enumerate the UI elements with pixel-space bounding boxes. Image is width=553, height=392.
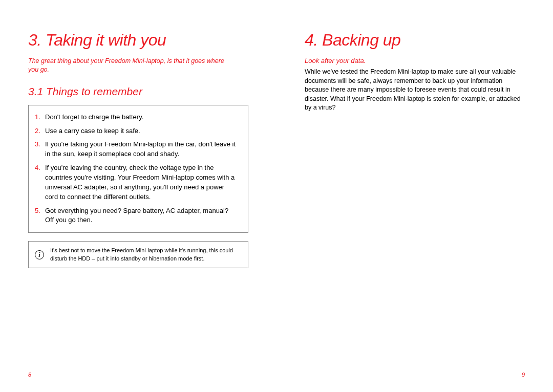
section-sub-intro: Look after your data. — [305, 57, 525, 64]
reminder-list: Don't forget to charge the battery. Use … — [34, 113, 239, 225]
section-intro: The great thing about your Freedom Mini-… — [28, 57, 228, 74]
note-text: It's best not to move the Freedom Mini-l… — [50, 247, 241, 263]
list-item: If you're taking your Freedom Mini-lapto… — [34, 140, 239, 159]
subsection-heading-3-1: 3.1 Things to remember — [28, 85, 248, 98]
left-page: 3. Taking it with you The great thing ab… — [0, 0, 276, 392]
page-number-left: 8 — [28, 372, 31, 378]
info-icon: i — [35, 250, 44, 259]
list-item: If you're leaving the country, check the… — [34, 163, 239, 202]
list-item: Use a carry case to keep it safe. — [34, 126, 239, 136]
page-number-right: 9 — [522, 372, 525, 378]
right-page: 4. Backing up Look after your data. Whil… — [276, 0, 553, 392]
note-box: i It's best not to move the Freedom Mini… — [28, 241, 248, 268]
page-spread: 3. Taking it with you The great thing ab… — [0, 0, 553, 392]
section-heading-4: 4. Backing up — [305, 31, 525, 50]
list-item: Don't forget to charge the battery. — [34, 113, 239, 122]
list-item: Got everything you need? Spare battery, … — [34, 206, 239, 226]
section-heading-3: 3. Taking it with you — [28, 31, 248, 50]
reminder-list-box: Don't forget to charge the battery. Use … — [28, 105, 248, 233]
section-body: While we've tested the Freedom Mini-lapt… — [305, 68, 525, 113]
